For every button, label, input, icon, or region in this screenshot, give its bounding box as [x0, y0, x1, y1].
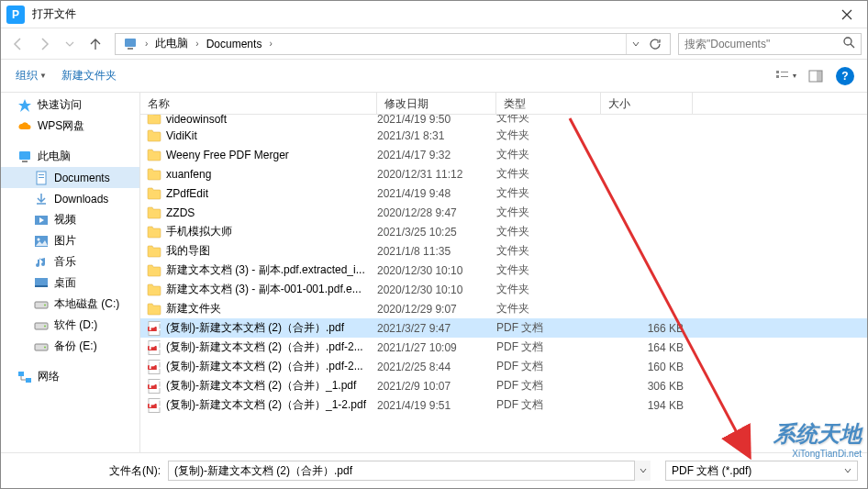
- sidebar-item-label: 快速访问: [38, 97, 82, 113]
- footer: 文件名(N): PDF 文档 (*.pdf) 选项... 打开 取消: [1, 452, 867, 489]
- drive-icon: [34, 339, 49, 354]
- svg-rect-25: [18, 372, 24, 376]
- column-name[interactable]: 名称: [140, 93, 377, 114]
- filename-dropdown[interactable]: [634, 461, 651, 481]
- column-size[interactable]: 大小: [601, 93, 693, 114]
- address-root[interactable]: [119, 37, 141, 51]
- pdf-icon: PDF: [146, 321, 162, 336]
- sidebar-item[interactable]: 视频: [1, 209, 139, 230]
- chevron-right-icon[interactable]: ›: [265, 39, 275, 49]
- column-type[interactable]: 类型: [496, 93, 601, 114]
- file-row[interactable]: ZPdfEdit2021/4/19 9:48文件夹: [140, 183, 867, 203]
- file-type: 文件夹: [496, 128, 601, 143]
- folder-icon: [146, 206, 162, 220]
- file-row[interactable]: videowinsoft2021/4/19 9:50文件夹: [140, 115, 867, 126]
- file-row[interactable]: xuanfeng2020/12/31 11:12文件夹: [140, 164, 867, 183]
- star-icon: [17, 98, 32, 113]
- filename-field[interactable]: [168, 461, 651, 481]
- drive-icon: [34, 297, 49, 312]
- column-date[interactable]: 修改日期: [377, 93, 496, 114]
- sidebar-item[interactable]: WPS网盘: [1, 116, 139, 137]
- search-button[interactable]: [842, 36, 855, 51]
- search-box[interactable]: [678, 33, 862, 55]
- sidebar-item[interactable]: 图片: [1, 230, 139, 251]
- new-folder-button[interactable]: 新建文件夹: [54, 64, 124, 87]
- help-button[interactable]: ?: [830, 65, 860, 87]
- file-row[interactable]: VidiKit2021/3/1 8:31文件夹: [140, 126, 867, 145]
- search-input[interactable]: [684, 38, 842, 50]
- music-icon: [34, 255, 49, 270]
- view-button-2[interactable]: [801, 65, 830, 87]
- up-button[interactable]: [83, 33, 107, 55]
- address-segment-pc[interactable]: 此电脑: [151, 36, 192, 51]
- desk-icon: [34, 276, 49, 291]
- sidebar-item[interactable]: 此电脑: [1, 146, 139, 167]
- file-name: Weeny Free PDF Merger: [166, 149, 377, 161]
- file-list[interactable]: videowinsoft2021/4/19 9:50文件夹VidiKit2021…: [140, 115, 867, 452]
- refresh-button[interactable]: [644, 34, 666, 54]
- recent-dropdown[interactable]: [58, 33, 82, 55]
- file-date: 2021/1/27 10:09: [377, 341, 496, 354]
- folder-icon: [146, 263, 162, 278]
- svg-rect-13: [39, 177, 44, 178]
- sidebar-item[interactable]: Downloads: [1, 188, 139, 209]
- file-row[interactable]: 新建文本文档 (3) - 副本-001-001.pdf.e...2020/12/…: [140, 280, 867, 299]
- file-type: PDF 文档: [496, 359, 601, 374]
- back-button[interactable]: [6, 33, 30, 55]
- folder-icon: [146, 115, 162, 126]
- sidebar-item-label: 图片: [54, 233, 76, 249]
- pdf-icon: PDF: [146, 360, 162, 374]
- app-icon-letter: P: [12, 8, 19, 21]
- file-name: (复制)-新建文本文档 (2)（合并）.pdf-2...: [166, 339, 377, 355]
- file-type: 文件夹: [496, 147, 601, 162]
- address-segment-documents[interactable]: Documents: [203, 38, 266, 50]
- svg-rect-4: [776, 75, 779, 78]
- column-headers: 名称 修改日期 类型 大小: [140, 93, 867, 115]
- file-row[interactable]: 新建文本文档 (3) - 副本.pdf.extracted_i...2020/1…: [140, 261, 867, 280]
- file-date: 2021/4/19 9:51: [377, 399, 496, 412]
- chevron-down-icon: ▼: [39, 72, 47, 80]
- sidebar-item-label: 此电脑: [38, 149, 71, 164]
- forward-button[interactable]: [32, 33, 56, 55]
- file-row[interactable]: PDF(复制)-新建文本文档 (2)（合并）.pdf-2...2021/2/25…: [140, 357, 867, 376]
- file-size: 160 KB: [601, 361, 684, 373]
- file-type: 文件夹: [496, 282, 601, 297]
- chevron-right-icon[interactable]: ›: [192, 39, 202, 49]
- sidebar-item[interactable]: 音乐: [1, 251, 139, 272]
- svg-text:PDF: PDF: [149, 321, 161, 333]
- file-row[interactable]: PDF(复制)-新建文本文档 (2)（合并）_1-2.pdf2021/4/19 …: [140, 395, 867, 415]
- file-row[interactable]: 我的导图2021/1/8 11:35文件夹: [140, 241, 867, 261]
- svg-rect-1: [128, 48, 133, 50]
- organize-button[interactable]: 组织▼: [8, 64, 54, 87]
- chevron-down-icon: [844, 467, 851, 474]
- file-pane: 名称 修改日期 类型 大小 videowinsoft2021/4/19 9:50…: [140, 93, 867, 452]
- file-type-filter[interactable]: PDF 文档 (*.pdf): [665, 461, 858, 481]
- sidebar-item[interactable]: 桌面: [1, 272, 139, 294]
- file-row[interactable]: 新建文件夹2020/12/29 9:07文件夹: [140, 299, 867, 318]
- chevron-down-icon: [632, 40, 640, 48]
- close-button[interactable]: [827, 1, 867, 28]
- file-row[interactable]: 手机模拟大师2021/3/25 10:25文件夹: [140, 222, 867, 241]
- sidebar-item[interactable]: 软件 (D:): [1, 315, 139, 336]
- file-type: 文件夹: [496, 185, 601, 201]
- sidebar-item-label: 网络: [38, 369, 60, 384]
- file-row[interactable]: PDF(复制)-新建文本文档 (2)（合并）.pdf-2...2021/1/27…: [140, 338, 867, 357]
- file-row[interactable]: Weeny Free PDF Merger2021/4/17 9:32文件夹: [140, 145, 867, 164]
- address-dropdown[interactable]: [626, 34, 644, 54]
- file-row[interactable]: PDF(复制)-新建文本文档 (2)（合并）.pdf2021/3/27 9:47…: [140, 318, 867, 338]
- filename-input[interactable]: [174, 464, 644, 477]
- sidebar-item[interactable]: 备份 (E:): [1, 336, 139, 357]
- sidebar: 快速访问WPS网盘此电脑DocumentsDownloads视频图片音乐桌面本地…: [1, 93, 140, 452]
- sidebar-item[interactable]: Documents: [1, 167, 139, 188]
- address-bar[interactable]: › 此电脑 › Documents ›: [115, 33, 671, 55]
- chevron-right-icon[interactable]: ›: [141, 39, 151, 49]
- sidebar-item[interactable]: 网络: [1, 366, 139, 387]
- file-date: 2020/12/30 10:10: [377, 264, 496, 277]
- svg-rect-26: [26, 378, 31, 383]
- sidebar-item[interactable]: 本地磁盘 (C:): [1, 294, 139, 315]
- sidebar-item[interactable]: 快速访问: [1, 94, 139, 116]
- view-button-1[interactable]: ▼: [772, 65, 801, 87]
- file-name: (复制)-新建文本文档 (2)（合并）_1.pdf: [166, 378, 377, 394]
- file-row[interactable]: ZZDS2020/12/28 9:47文件夹: [140, 203, 867, 222]
- file-row[interactable]: PDF(复制)-新建文本文档 (2)（合并）_1.pdf2021/2/9 10:…: [140, 376, 867, 395]
